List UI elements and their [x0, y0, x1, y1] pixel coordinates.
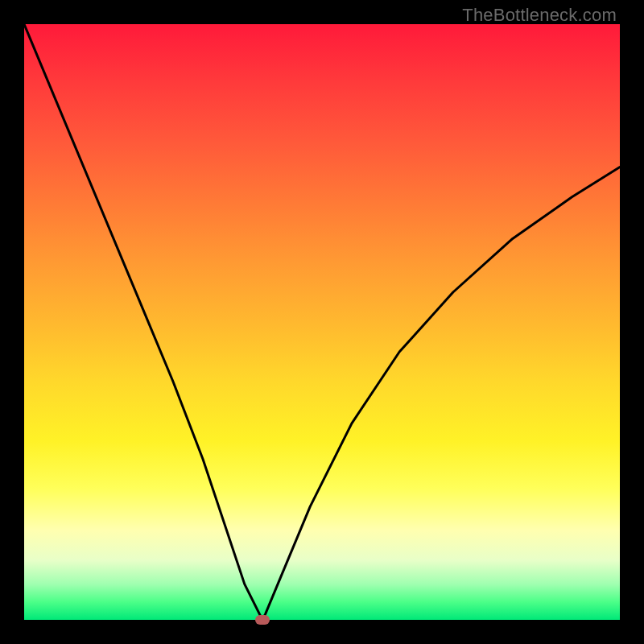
watermark-text: TheBottleneck.com [462, 5, 617, 26]
bottleneck-curve [24, 24, 620, 620]
optimum-marker [255, 615, 270, 625]
plot-area [24, 24, 620, 620]
chart-frame: TheBottleneck.com [0, 0, 644, 644]
